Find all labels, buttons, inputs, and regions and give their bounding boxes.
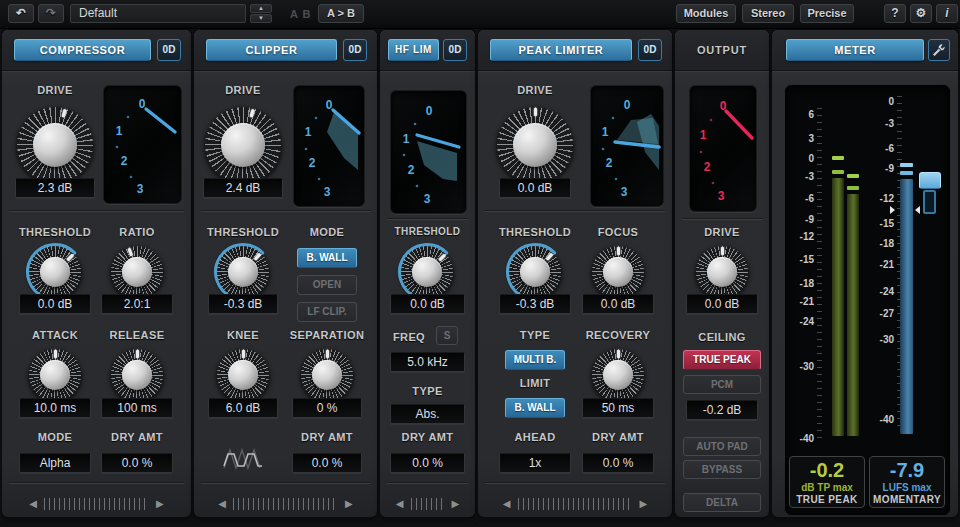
vu-tick-2: 2 — [704, 160, 711, 174]
compressor-ratio-value[interactable]: 2.0:1 — [101, 294, 173, 314]
dry-amt-label: DRY AMT — [578, 431, 658, 443]
hf-lim-title-button[interactable]: HF LIM — [388, 39, 439, 61]
scroll-left-icon[interactable]: ◀ — [396, 498, 404, 510]
compressor-scroll-strip[interactable]: ◀ ▶ — [2, 498, 191, 510]
scroll-left-icon[interactable]: ◀ — [29, 498, 37, 510]
gear-icon[interactable]: ⚙ — [910, 4, 932, 23]
peak-limiter-drive-value[interactable]: 0.0 dB — [499, 178, 571, 198]
peak-limiter-recovery-value[interactable]: 50 ms — [582, 398, 654, 418]
peak-limiter-ahead-value[interactable]: 1x — [499, 453, 571, 473]
peak-limiter-focus-knob[interactable] — [591, 245, 645, 299]
output-ceiling-truepeak-button[interactable]: TRUE PEAK — [683, 350, 761, 370]
preset-selector[interactable]: Default — [70, 4, 246, 23]
meter-title-button[interactable]: METER — [786, 39, 924, 61]
hf-lim-threshold-knob[interactable] — [400, 245, 454, 299]
clipper-drive-value[interactable]: 2.4 dB — [203, 178, 283, 198]
hf-lim-threshold-value[interactable]: 0.0 dB — [390, 294, 465, 314]
clipper-mode-lfclip-button[interactable]: LF CLIP. — [297, 302, 357, 322]
vu-tick-1: 1 — [116, 124, 123, 138]
peak-limiter-limit-bwall-button[interactable]: B. WALL — [505, 398, 565, 418]
scroll-left-icon[interactable]: ◀ — [218, 498, 226, 510]
wrench-icon[interactable] — [928, 39, 950, 61]
output-autopad-button[interactable]: AUTO PAD — [683, 437, 761, 456]
peak-limiter-dry-value[interactable]: 0.0 % — [582, 453, 654, 473]
output-drive-value[interactable]: 0.0 dB — [686, 294, 758, 314]
stereo-button[interactable]: Stereo — [742, 4, 794, 23]
redo-icon[interactable]: ↷ — [38, 4, 64, 23]
meter-scale-label: -15 — [800, 254, 814, 265]
scroll-left-icon[interactable]: ◀ — [503, 498, 511, 510]
peak-limiter-drive-knob[interactable] — [496, 106, 574, 184]
scroll-right-icon[interactable]: ▶ — [156, 498, 164, 510]
peak-limiter-title-button[interactable]: PEAK LIMITER — [490, 39, 632, 61]
clipper-separation-value[interactable]: 0 % — [292, 398, 362, 418]
peak-limiter-delta-button[interactable]: 0D — [638, 39, 662, 61]
clipper-threshold-knob[interactable] — [216, 245, 270, 299]
compressor-delta-button[interactable]: 0D — [157, 39, 181, 61]
hf-lim-delta-button[interactable]: 0D — [443, 39, 467, 61]
modules-button[interactable]: Modules — [676, 4, 736, 23]
output-gain-fader-handle[interactable] — [919, 172, 941, 189]
output-ceiling-value[interactable]: -0.2 dB — [686, 400, 758, 420]
threshold-marker-left-icon[interactable] — [890, 206, 895, 214]
meter-scale-label: 0 — [808, 153, 814, 164]
peak-limiter-threshold-value[interactable]: -0.3 dB — [499, 294, 571, 314]
hf-lim-freq-solo-button[interactable]: S — [436, 326, 458, 345]
info-icon[interactable]: i — [936, 4, 958, 23]
true-peak-readout[interactable]: -0.2 dB TP max TRUE PEAK — [789, 456, 865, 508]
compressor-threshold-value[interactable]: 0.0 dB — [19, 294, 91, 314]
precise-button[interactable]: Precise — [800, 4, 854, 23]
compressor-drive-value[interactable]: 2.3 dB — [15, 178, 95, 198]
limit-label: LIMIT — [495, 377, 575, 389]
clipper-drive-knob[interactable] — [204, 106, 282, 184]
peak-limiter-scroll-strip[interactable]: ◀ ▶ — [478, 498, 672, 510]
vu-tick-1: 1 — [700, 128, 707, 142]
output-drive-knob[interactable] — [695, 245, 749, 299]
peak-limiter-focus-value[interactable]: 0.0 dB — [582, 294, 654, 314]
clipper-dry-value[interactable]: 0.0 % — [292, 453, 362, 473]
compressor-release-knob[interactable] — [110, 348, 164, 402]
compressor-dry-value[interactable]: 0.0 % — [101, 453, 173, 473]
vu-history-wedge — [327, 112, 358, 170]
a-to-b-copy-button[interactable]: A > B — [318, 4, 364, 23]
clipper-mode-bwall-button[interactable]: B. WALL — [297, 248, 357, 268]
threshold-marker-right-icon[interactable] — [915, 206, 920, 214]
scroll-right-icon[interactable]: ▶ — [345, 498, 353, 510]
loudness-readout[interactable]: -7.9 LUFS max MOMENTARY — [869, 456, 945, 508]
clipper-knee-knob[interactable] — [216, 348, 270, 402]
hf-lim-type-value[interactable]: Abs. — [390, 404, 465, 424]
vu-needle — [726, 111, 752, 138]
scroll-right-icon[interactable]: ▶ — [640, 498, 648, 510]
preset-up-icon[interactable]: ▲ — [250, 4, 272, 13]
peak-limiter-recovery-knob[interactable] — [591, 348, 645, 402]
undo-icon[interactable]: ↶ — [8, 4, 34, 23]
clipper-separation-knob[interactable] — [300, 348, 354, 402]
compressor-drive-knob[interactable] — [16, 106, 94, 184]
clipper-threshold-value[interactable]: -0.3 dB — [208, 294, 278, 314]
output-ceiling-pcm-button[interactable]: PCM — [683, 375, 761, 394]
clipper-scroll-strip[interactable]: ◀ ▶ — [194, 498, 377, 510]
compressor-title-button[interactable]: COMPRESSOR — [14, 39, 151, 61]
compressor-ratio-knob[interactable] — [110, 245, 164, 299]
hf-lim-dry-value[interactable]: 0.0 % — [390, 453, 465, 473]
compressor-attack-knob[interactable] — [28, 348, 82, 402]
peak-limiter-threshold-knob[interactable] — [508, 245, 562, 299]
scroll-right-icon[interactable]: ▶ — [452, 498, 460, 510]
peak-hold-segment — [847, 174, 859, 178]
clipper-title-button[interactable]: CLIPPER — [206, 39, 337, 61]
true-peak-caption: TRUE PEAK — [790, 493, 864, 507]
compressor-threshold-knob[interactable] — [28, 245, 82, 299]
clipper-mode-open-button[interactable]: OPEN — [297, 275, 357, 295]
clipper-knee-value[interactable]: 6.0 dB — [208, 398, 278, 418]
compressor-mode-value[interactable]: Alpha — [19, 453, 91, 473]
preset-down-icon[interactable]: ▼ — [250, 14, 272, 23]
compressor-attack-value[interactable]: 10.0 ms — [19, 398, 91, 418]
help-icon[interactable]: ? — [884, 4, 906, 23]
compressor-release-value[interactable]: 100 ms — [101, 398, 173, 418]
peak-limiter-type-multiband-button[interactable]: MULTI B. — [505, 350, 565, 370]
hf-lim-freq-value[interactable]: 5.0 kHz — [390, 352, 465, 372]
hf-lim-scroll-strip[interactable]: ◀ ▶ — [380, 498, 475, 510]
clipper-delta-button[interactable]: 0D — [343, 39, 367, 61]
output-delta-button[interactable]: DELTA — [683, 493, 761, 512]
output-bypass-button[interactable]: BYPASS — [683, 460, 761, 479]
